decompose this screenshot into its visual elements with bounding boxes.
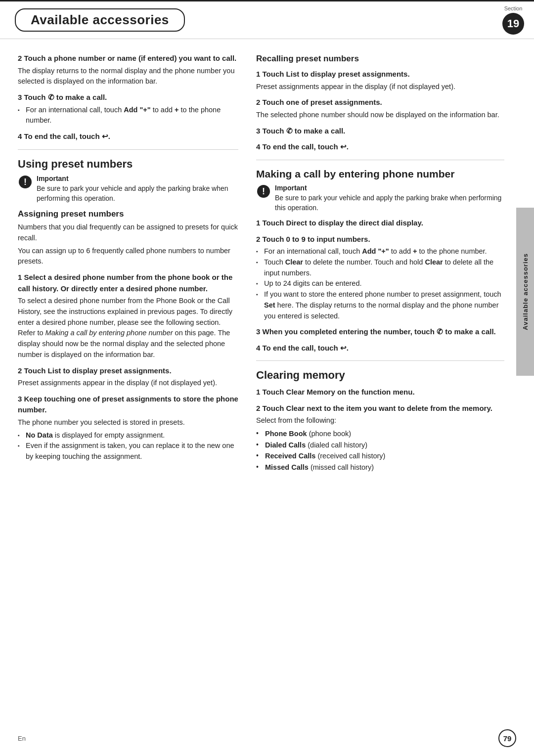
assign-step1-text: To select a desired phone number from th… <box>18 296 238 360</box>
important-text-right: Be sure to park your vehicle and apply t… <box>275 193 504 213</box>
page-number: 79 <box>498 729 516 747</box>
making-bullet3: Up to 24 digits can be entered. <box>256 278 504 289</box>
recall-step2-heading: 2 Touch one of preset assignments. <box>256 97 504 108</box>
assign-bullet1: No Data is displayed for empty assignmen… <box>18 430 238 441</box>
step3-bullets: For an international call, touch Add "+"… <box>18 105 238 127</box>
using-preset-title: Using preset numbers <box>18 158 238 171</box>
footer-lang: En <box>18 735 26 742</box>
important-text-left: Be sure to park your vehicle and apply t… <box>37 183 238 204</box>
assign-step2-heading: 2 Touch List to display preset assignmen… <box>18 365 238 377</box>
making-step2-heading: 2 Touch 0 to 9 to input numbers. <box>256 234 504 245</box>
assign-step3-heading: 3 Keep touching one of preset assignment… <box>18 394 238 416</box>
making-bullet1: For an international call, touch Add "+"… <box>256 246 504 257</box>
assign-step3-text: The phone number you selected is stored … <box>18 417 238 428</box>
clearing-title: Clearing memory <box>256 369 504 382</box>
recall-step4-heading: 4 To end the call, touch ↩. <box>256 141 504 153</box>
step2-text: The display returns to the normal displa… <box>18 66 238 88</box>
assign-step1-heading: 1 Select a desired phone number from the… <box>18 272 238 294</box>
making-call-title: Making a call by entering phone number <box>256 168 504 180</box>
page-footer: En 79 <box>0 729 534 747</box>
making-bullet2: Touch Clear to delete the number. Touch … <box>256 257 504 279</box>
clear-list-item-dialed: Dialed Calls (dialed call history) <box>256 440 504 450</box>
step3-heading: 3 Touch ✆ to make a call. <box>18 92 238 103</box>
making-step3-heading: 3 When you completed entering the number… <box>256 326 504 338</box>
important-icon-left: ! <box>18 175 33 189</box>
clear-step2-text: Select from the following: <box>256 415 504 426</box>
step2-heading: 2 Touch a phone number or name (if enter… <box>18 53 238 64</box>
recall-step1-heading: 1 Touch List to display preset assignmen… <box>256 69 504 80</box>
assign-step2-text: Preset assignments appear in the display… <box>18 378 238 389</box>
section-badge: Section 19 <box>502 5 524 35</box>
page-title: Available accessories <box>15 8 185 32</box>
main-content: 2 Touch a phone number or name (if enter… <box>0 39 534 475</box>
section-label: Section <box>504 5 523 11</box>
important-label-left: Important <box>37 175 238 182</box>
recall-step3-heading: 3 Touch ✆ to make a call. <box>256 126 504 137</box>
clear-list-item-phonebook: Phone Book (phone book) <box>256 428 504 439</box>
assigning-title: Assigning preset numbers <box>18 209 238 219</box>
sidebar-label: Available accessories <box>516 208 534 376</box>
clear-list-item-received: Received Calls (received call history) <box>256 450 504 461</box>
making-step1-heading: 1 Touch Direct to display the direct dia… <box>256 218 504 229</box>
important-icon-right: ! <box>256 184 271 199</box>
clear-step2-heading: 2 Touch Clear next to the item you want … <box>256 403 504 414</box>
page-header: Available accessories Section 19 <box>0 0 534 39</box>
making-bullet4: If you want to store the entered phone n… <box>256 289 504 321</box>
left-column: 2 Touch a phone number or name (if enter… <box>0 48 247 475</box>
clear-step1-heading: 1 Touch Clear Memory on the function men… <box>256 387 504 398</box>
recall-step2-text: The selected phone number should now be … <box>256 110 504 121</box>
important-box-left: ! Important Be sure to park your vehicle… <box>18 175 238 204</box>
assigning-p1: Numbers that you dial frequently can be … <box>18 222 238 244</box>
step4-heading: 4 To end the call, touch ↩. <box>18 131 238 142</box>
important-label-right: Important <box>275 184 504 192</box>
section-number: 19 <box>502 13 524 35</box>
important-box-right: ! Important Be sure to park your vehicle… <box>256 184 504 213</box>
recall-step1-text: Preset assignments appear in the display… <box>256 82 504 92</box>
recalling-title: Recalling preset numbers <box>256 54 504 64</box>
svg-text:!: ! <box>24 177 27 187</box>
making-step4-heading: 4 To end the call, touch ↩. <box>256 343 504 354</box>
clear-list: Phone Book (phone book) Dialed Calls (di… <box>256 428 504 473</box>
assign-step3-bullets: No Data is displayed for empty assignmen… <box>18 430 238 462</box>
clear-list-item-missed: Missed Calls (missed call history) <box>256 462 504 473</box>
making-step2-bullets: For an international call, touch Add "+"… <box>256 246 504 321</box>
step3-bullet1: For an international call, touch Add "+"… <box>18 105 238 127</box>
svg-text:!: ! <box>262 186 265 196</box>
sidebar-label-text: Available accessories <box>522 253 529 330</box>
right-column: Recalling preset numbers 1 Touch List to… <box>247 48 534 475</box>
assign-bullet2: Even if the assignment is taken, you can… <box>18 441 238 462</box>
assigning-p2: You can assign up to 6 frequently called… <box>18 246 238 267</box>
